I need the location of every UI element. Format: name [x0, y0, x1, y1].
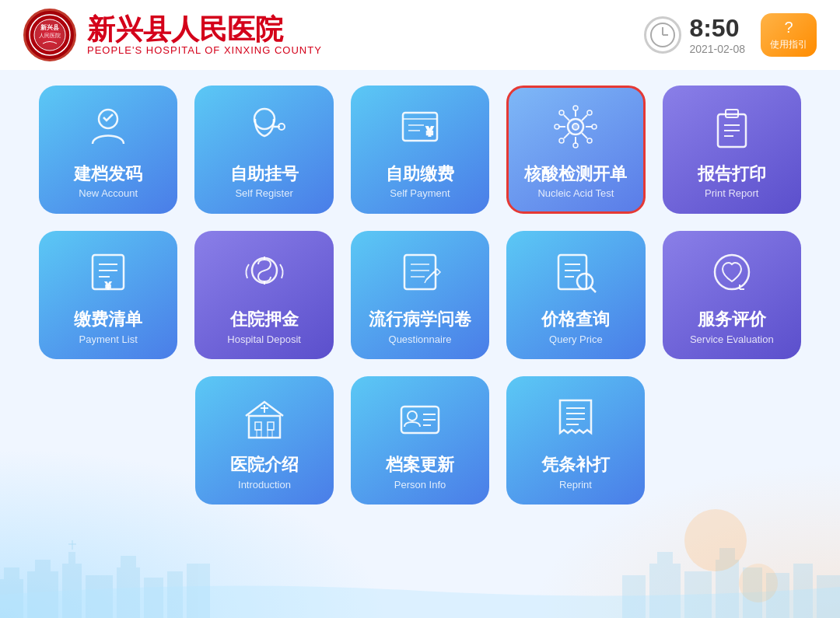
svg-point-32	[254, 109, 275, 129]
svg-line-76	[425, 280, 426, 283]
payment-icon: ¥	[397, 103, 443, 156]
svg-point-41	[572, 124, 579, 130]
svg-rect-11	[62, 564, 82, 618]
tile-nucleic-acid[interactable]: 核酸检测开单 Nucleic Acid Test	[506, 86, 645, 214]
svg-rect-10	[35, 560, 51, 571]
svg-rect-86	[249, 416, 280, 438]
tile-query-price[interactable]: 价格查询 Query Price	[506, 231, 645, 359]
svg-rect-13	[86, 575, 113, 618]
svg-point-55	[559, 138, 564, 143]
svg-rect-8	[4, 567, 19, 579]
print-report-en: Print Report	[705, 187, 758, 199]
self-register-en: Self Register	[235, 187, 292, 199]
svg-rect-22	[649, 564, 681, 618]
questionnaire-cn: 流行病学问卷	[369, 309, 471, 330]
clipboard-icon	[709, 103, 755, 156]
person-icon	[85, 103, 131, 156]
tile-person-info[interactable]: 档案更新 Person Info	[351, 376, 489, 505]
hospital-name: 新兴县人民医院 PEOPLE'S HOSPITAL OF XINXING COU…	[87, 14, 322, 57]
tile-reprint[interactable]: 凭条补打 Reprint	[506, 376, 645, 505]
print-report-cn: 报告打印	[698, 164, 766, 184]
virus-icon	[552, 103, 599, 156]
svg-rect-77	[558, 255, 586, 289]
svg-rect-18	[187, 564, 210, 618]
svg-text:¥: ¥	[105, 281, 111, 292]
svg-rect-16	[144, 578, 163, 618]
svg-point-51	[559, 110, 564, 115]
service-eval-en: Service Evaluation	[690, 333, 774, 345]
receipt-icon	[552, 394, 599, 447]
heart-icon	[709, 249, 755, 302]
nucleic-acid-cn: 核酸检测开单	[524, 164, 627, 184]
stethoscope-icon	[241, 103, 288, 156]
svg-rect-26	[719, 548, 735, 560]
tile-payment-list[interactable]: ¥ 缴费清单 Payment List	[39, 231, 177, 359]
tile-self-register[interactable]: 自助挂号 Self Register	[194, 86, 333, 214]
new-account-cn: 建档发码	[74, 164, 142, 184]
hospital-deposit-en: Hospital Deposit	[227, 333, 301, 345]
tiles-row2: ¥ 缴费清单 Payment List 住院押金 Hospital D	[39, 231, 801, 359]
svg-rect-7	[0, 579, 23, 618]
search-doc-icon	[552, 249, 599, 302]
svg-point-94	[408, 411, 417, 421]
svg-text:新兴县: 新兴县	[40, 23, 60, 31]
svg-rect-71	[404, 255, 436, 289]
tile-service-eval[interactable]: 服务评价 Service Evaluation	[663, 231, 801, 359]
header: 新兴县 人民医院 新兴县人民医院 PEOPLE'S HOSPITAL OF XI…	[0, 0, 840, 70]
svg-rect-14	[117, 567, 140, 618]
service-eval-cn: 服务评价	[698, 309, 766, 330]
header-right: 8:50 2021-02-08 ? 使用指引	[644, 13, 817, 57]
svg-rect-30	[817, 575, 840, 618]
svg-rect-21	[622, 575, 646, 618]
help-button[interactable]: ? 使用指引	[761, 13, 817, 57]
svg-rect-91	[257, 430, 261, 438]
self-payment-en: Self Payment	[390, 187, 450, 199]
self-payment-cn: 自助缴费	[386, 164, 454, 184]
introduction-en: Introduction	[238, 479, 291, 491]
svg-rect-92	[268, 430, 272, 438]
svg-line-82	[590, 287, 596, 292]
svg-rect-19	[72, 540, 73, 550]
svg-rect-12	[68, 552, 75, 564]
query-price-cn: 价格查询	[541, 309, 610, 330]
query-price-en: Query Price	[549, 333, 603, 345]
help-label: 使用指引	[770, 38, 807, 51]
svg-line-75	[426, 272, 434, 280]
svg-rect-17	[167, 571, 183, 618]
svg-point-53	[587, 110, 592, 115]
time-info: 8:50 2021-02-08	[689, 15, 745, 54]
svg-rect-27	[743, 567, 762, 618]
svg-rect-9	[27, 571, 58, 618]
payment-list-en: Payment List	[79, 333, 138, 345]
svg-text:人民医院: 人民医院	[39, 33, 61, 39]
questionnaire-en: Questionnaire	[389, 333, 452, 345]
tile-new-account[interactable]: 建档发码 New Account	[39, 86, 177, 214]
svg-rect-28	[766, 573, 789, 618]
tile-print-report[interactable]: 报告打印 Print Report	[663, 86, 801, 214]
tiles-row3: 医院介绍 Introduction 档案更新 Person Info	[39, 376, 801, 505]
svg-rect-15	[121, 556, 136, 567]
main-content: 建档发码 New Account 自助挂号 Self Register	[0, 70, 840, 520]
hospital-icon	[241, 394, 288, 447]
new-account-en: New Account	[79, 187, 138, 199]
person-info-en: Person Info	[394, 479, 446, 491]
introduction-cn: 医院介绍	[230, 455, 299, 475]
tile-questionnaire[interactable]: 流行病学问卷 Questionnaire	[351, 231, 489, 359]
hospital-deposit-cn: 住院押金	[230, 309, 299, 330]
tile-hospital-deposit[interactable]: 住院押金 Hospital Deposit	[194, 231, 333, 359]
questionnaire-icon	[397, 249, 443, 302]
deposit-icon	[241, 249, 288, 302]
svg-point-83	[715, 255, 749, 289]
hospital-logo: 新兴县 人民医院	[23, 9, 76, 61]
self-register-cn: 自助挂号	[230, 164, 299, 184]
tile-self-payment[interactable]: ¥ 自助缴费 Self Payment	[351, 86, 489, 214]
svg-rect-24	[684, 571, 712, 618]
time-display: 8:50	[689, 15, 745, 42]
hospital-name-cn: 新兴县人民医院	[87, 14, 322, 45]
tile-introduction[interactable]: 医院介绍 Introduction	[195, 376, 334, 505]
logo-area: 新兴县 人民医院 新兴县人民医院 PEOPLE'S HOSPITAL OF XI…	[23, 9, 322, 61]
payment-list-cn: 缴费清单	[74, 309, 142, 330]
tiles-row1: 建档发码 New Account 自助挂号 Self Register	[39, 86, 801, 214]
svg-rect-25	[716, 560, 739, 618]
clock-icon	[644, 16, 681, 54]
